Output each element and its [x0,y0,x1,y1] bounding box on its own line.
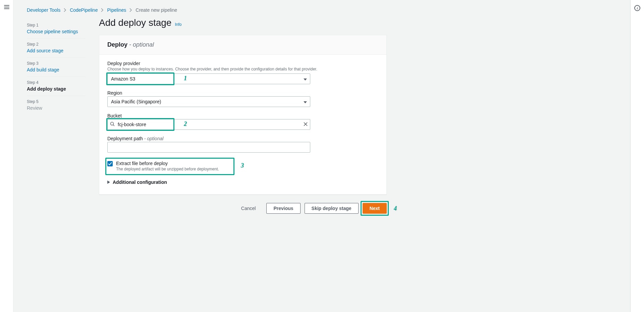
checkbox-label: Extract file before deploy [116,161,219,166]
cancel-button[interactable]: Cancel [234,203,263,214]
step-label: Step 2 [27,42,86,47]
step-label: Step 5 [27,99,86,104]
breadcrumb-link-devtools[interactable]: Developer Tools [27,7,60,13]
annotation-badge: 4 [394,205,397,212]
select-value: Asia Pacific (Singapore) [111,99,161,104]
main-panel: Add deploy stage Info Deploy - optional … [99,16,387,214]
field-label: Bucket [107,113,378,118]
extract-checkbox-row: Extract file before deploy The deployed … [107,159,219,173]
annotation-badge: 3 [241,162,244,169]
buttons-row: Cancel Previous Skip deploy stage Next 4 [99,203,387,214]
additional-configuration-expander[interactable]: Additional configuration [107,179,378,185]
breadcrumb-current: Create new pipeline [136,7,177,13]
step-label: Step 1 [27,23,86,28]
chevron-right-icon [129,8,132,12]
bucket-input[interactable] [107,119,310,130]
info-link[interactable]: Info [175,22,181,27]
breadcrumb: Developer Tools CodePipeline Pipelines C… [13,0,630,16]
card-title-sep: - [127,41,133,48]
select-value: Amazon S3 [111,76,135,82]
card-header: Deploy - optional [99,35,386,55]
close-icon[interactable] [304,122,308,127]
expander-label: Additional configuration [113,179,167,185]
card-title: Deploy [107,41,127,48]
breadcrumb-link-pipelines[interactable]: Pipelines [107,7,126,13]
field-label: Region [107,90,378,96]
region-select[interactable]: Asia Pacific (Singapore) [107,96,310,107]
breadcrumb-link-codepipeline[interactable]: CodePipeline [70,7,98,13]
deployment-path-input[interactable] [107,142,310,153]
extract-checkbox[interactable] [107,161,113,166]
previous-button[interactable]: Previous [266,203,300,214]
hamburger-icon[interactable] [4,5,9,9]
info-icon[interactable]: i [634,5,640,11]
step-label: Step 3 [27,61,86,66]
next-button[interactable]: Next [363,203,387,214]
step-link-add-build-stage[interactable]: Add build stage [27,67,86,72]
main-column: Developer Tools CodePipeline Pipelines C… [13,0,631,312]
info-panel-toggle-col: i [631,0,644,312]
checkbox-description: The deployed artifact will be unzipped b… [116,167,219,171]
step-disabled-review: Review [27,105,86,111]
page-title: Add deploy stage [99,17,171,28]
deploy-provider-select[interactable]: Amazon S3 [107,73,310,84]
skip-deploy-stage-button[interactable]: Skip deploy stage [305,203,359,214]
caret-right-icon [107,179,110,185]
step-label: Step 4 [27,80,86,85]
field-bucket: Bucket 2 [107,113,378,130]
field-label: Deploy provider [107,61,378,66]
field-label: Deployment path - optional [107,136,378,141]
sidebar-toggle-col [0,0,13,312]
deploy-card: Deploy - optional Deploy provider Choose… [99,35,387,195]
step-link-add-source-stage[interactable]: Add source stage [27,48,86,53]
field-description: Choose how you deploy to instances. Choo… [107,67,378,71]
card-optional: optional [133,41,154,48]
chevron-right-icon [101,8,104,12]
field-deployment-path: Deployment path - optional [107,136,378,153]
steps-nav: Step 1 Choose pipeline settings Step 2 A… [27,16,86,214]
step-current-add-deploy-stage: Add deploy stage [27,86,86,92]
field-region: Region Asia Pacific (Singapore) [107,90,378,107]
step-link-choose-pipeline-settings[interactable]: Choose pipeline settings [27,29,86,34]
chevron-right-icon [64,8,66,12]
field-deploy-provider: Deploy provider Choose how you deploy to… [107,61,378,84]
